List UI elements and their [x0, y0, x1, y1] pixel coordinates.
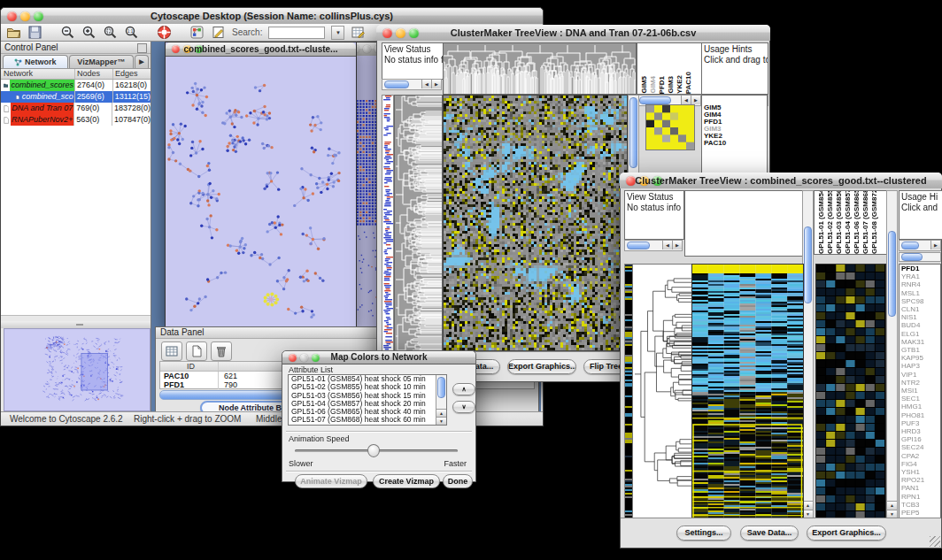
gene-label[interactable]: NIS1 — [900, 313, 940, 321]
gene-label[interactable]: HRD3 — [900, 427, 940, 435]
gene-list-hscrollbar[interactable] — [899, 252, 941, 262]
vizmapper-icon[interactable] — [189, 25, 205, 40]
column-label[interactable]: GPL51-01 (GSM854) — [817, 190, 826, 254]
gene-label[interactable]: RPO21 — [900, 476, 940, 484]
scroll-right-icon[interactable] — [672, 241, 682, 249]
column-label[interactable]: GPL51-06 (GSM865) — [853, 190, 861, 254]
move-up-button[interactable]: ∧ — [452, 383, 475, 395]
float-panel-icon[interactable] — [137, 43, 147, 53]
gene-label[interactable]: KAP95 — [900, 354, 940, 362]
column-label[interactable]: YKE2 — [676, 75, 684, 94]
tab-overflow-arrow[interactable]: ▶ — [135, 55, 149, 68]
delete-attribute-button[interactable] — [211, 341, 232, 361]
scroll-up-icon[interactable] — [436, 409, 446, 417]
network-row-combined-scores[interactable]: combined_scores 2764(0) 16218(0) — [1, 80, 151, 91]
attribute-list-item[interactable]: GPL51-07 (GSM868) heat shock 60 min — [289, 416, 446, 424]
zoom-panel-vscrollbar[interactable] — [886, 190, 898, 519]
gene-label[interactable]: PFD1 — [900, 265, 940, 272]
animate-vizmap-button[interactable]: Animate Vizmap — [295, 474, 367, 488]
treeview2-titlebar[interactable]: ClusterMaker TreeView : combined_scores_… — [620, 173, 942, 189]
network-titlebar[interactable]: combined_scores_good.txt--cluste... — [166, 42, 356, 57]
zoom-out-icon[interactable] — [60, 25, 75, 40]
scroll-down-icon[interactable] — [436, 417, 446, 425]
scroll-up-icon[interactable] — [803, 501, 813, 510]
search-input[interactable] — [268, 27, 325, 39]
annotation-icon[interactable] — [211, 25, 226, 40]
settings-button[interactable]: Settings... — [676, 525, 731, 541]
gene-label[interactable]: TCB3 — [900, 501, 940, 509]
gene-label[interactable]: HMG1 — [900, 403, 940, 410]
save-icon[interactable] — [27, 25, 42, 40]
column-label[interactable]: GPL51-04 (GSM857) — [844, 190, 853, 254]
gene-label[interactable]: YRA1 — [900, 272, 940, 280]
gene-label[interactable]: HAP3 — [900, 362, 940, 370]
search-dropdown-icon[interactable] — [331, 26, 344, 40]
global-overview-strip[interactable] — [382, 95, 394, 351]
done-button[interactable]: Done — [443, 474, 473, 488]
selection-minimap[interactable] — [645, 104, 695, 150]
usage-hints-hscrollbar[interactable] — [899, 240, 941, 251]
heatmap-main[interactable] — [443, 95, 628, 351]
attribute-list[interactable]: GPL51-01 (GSM854) heat shock 05 minGPL51… — [288, 374, 447, 426]
column-dendrogram[interactable] — [443, 42, 637, 95]
export-graphics-button[interactable]: Export Graphics... — [507, 359, 576, 374]
move-down-button[interactable]: ∨ — [452, 401, 475, 413]
header-nodes[interactable]: Nodes — [75, 69, 113, 79]
dialog-titlebar[interactable]: Map Colors to Network — [282, 351, 475, 364]
scroll-right-icon[interactable] — [431, 80, 441, 88]
zoom-actual-icon[interactable]: 1:1 — [124, 25, 139, 40]
row-dendrogram[interactable] — [394, 95, 443, 351]
minimize-icon[interactable] — [363, 45, 371, 53]
tab-vizmapper[interactable]: VizMapper™ — [69, 55, 135, 68]
column-label[interactable]: PAC10 — [684, 72, 693, 94]
save-data-button[interactable]: Save Data... — [740, 525, 799, 541]
gene-label[interactable]: MSL1 — [900, 289, 940, 297]
export-graphics-button[interactable]: Export Graphics... — [807, 525, 886, 541]
gene-label[interactable]: RPN1 — [900, 493, 940, 501]
gene-label[interactable]: PHO81 — [900, 411, 940, 419]
gene-label[interactable]: GPI16 — [900, 435, 940, 443]
gene-label[interactable]: FIG4 — [900, 460, 940, 468]
birds-eye-view[interactable] — [4, 328, 151, 411]
network-canvas[interactable] — [166, 57, 353, 326]
gene-label[interactable]: MSI1 — [900, 387, 940, 395]
gene-label[interactable]: NTR2 — [900, 379, 940, 387]
attribute-list-vscrollbar[interactable] — [436, 375, 446, 425]
treeview1-titlebar[interactable]: ClusterMaker TreeView : DNA and Tran 07-… — [376, 25, 770, 42]
tab-network[interactable]: Network — [3, 55, 68, 68]
gene-label[interactable]: SEC24 — [900, 443, 940, 451]
cytoscape-titlebar[interactable]: Cytoscape Desktop (Session Name: collins… — [1, 8, 543, 25]
gene-label[interactable]: YSH1 — [900, 468, 940, 476]
gene-label[interactable]: PAN1 — [900, 484, 940, 492]
attribute-browser-icon[interactable] — [351, 25, 366, 40]
network-row-combined-sco-selected[interactable]: combined_sco 2569(6) 13112(15) — [1, 91, 151, 103]
open-folder-icon[interactable] — [6, 25, 21, 40]
gene-label[interactable]: BUD4 — [900, 321, 940, 329]
column-label[interactable]: GPL51-08 (GSM872) — [870, 190, 879, 254]
column-label[interactable]: GIM5 — [640, 76, 649, 94]
heatmap-main[interactable] — [691, 264, 804, 526]
column-label[interactable]: PFD1 — [658, 76, 667, 94]
column-id[interactable]: ID — [160, 362, 219, 371]
slider-knob[interactable] — [367, 444, 380, 457]
gene-label[interactable]: PEP5 — [900, 509, 940, 517]
column-label[interactable]: GPL51-02 (GSM855) — [826, 190, 835, 254]
zoom-selected-icon[interactable] — [103, 25, 118, 40]
column-label[interactable]: GIM4 — [649, 76, 658, 94]
gene-label[interactable]: VIP1 — [900, 371, 940, 379]
header-network[interactable]: Network — [1, 69, 75, 79]
heatmap-zoom-panel[interactable] — [815, 264, 886, 526]
gene-label[interactable]: SEC1 — [900, 395, 940, 403]
column-label[interactable]: GPL51-07 (GSM868) — [861, 190, 870, 254]
gene-label[interactable]: CLN1 — [900, 305, 940, 313]
column-label[interactable]: GPL51-03 (GSM856) — [835, 190, 844, 254]
select-attributes-button[interactable] — [161, 341, 182, 361]
scroll-up-icon[interactable] — [887, 501, 897, 510]
scroll-left-icon[interactable] — [662, 241, 672, 249]
view-status-hscrollbar[interactable] — [624, 240, 683, 251]
row-dendrogram[interactable] — [632, 264, 692, 526]
gene-label[interactable]: ELG1 — [900, 330, 940, 338]
scroll-right-icon[interactable] — [691, 96, 700, 104]
gene-label[interactable]: CPA2 — [900, 452, 940, 460]
create-vizmap-button[interactable]: Create Vizmap — [373, 474, 440, 488]
